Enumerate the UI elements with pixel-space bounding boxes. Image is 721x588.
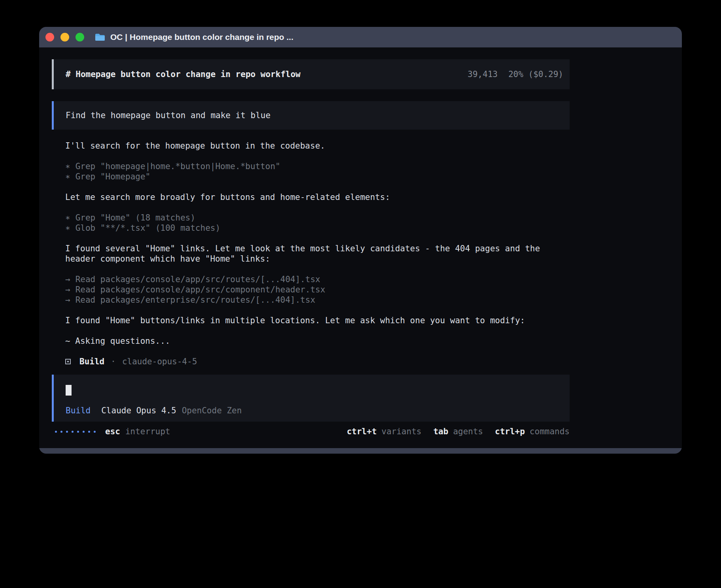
input-agent-label[interactable]: Build	[66, 405, 91, 416]
terminal-window: OC | Homepage button color change in rep…	[39, 27, 682, 454]
user-message-text: Find the homepage button and make it blu…	[66, 111, 270, 120]
shortcut-commands: ctrl+p commands	[495, 426, 570, 437]
tool-call-text: Read packages/console/app/src/component/…	[75, 285, 325, 295]
shortcut-label: commands	[530, 426, 570, 437]
input-provider-label: OpenCode Zen	[182, 405, 242, 416]
agent-square-icon	[65, 359, 71, 364]
grep-tool-icon: ∗	[65, 213, 70, 223]
tool-call-read: → Read packages/enterprise/src/routes/[.…	[65, 295, 555, 305]
folder-icon	[94, 33, 106, 41]
status-bar: esc interrupt ctrl+t variants tab agents…	[52, 426, 570, 437]
assistant-text: I found several "Home" links. Let me loo…	[65, 243, 555, 264]
shortcut-key: ctrl+t	[347, 426, 377, 437]
session-title: # Homepage button color change in repo w…	[66, 70, 300, 79]
tool-call-read: → Read packages/console/app/src/routes/[…	[65, 274, 555, 285]
shortcut-key: ctrl+p	[495, 426, 525, 437]
tool-call-text: Grep "Homepage"	[75, 172, 151, 182]
traffic-lights	[45, 33, 84, 41]
assistant-text: I found "Home" buttons/links in multiple…	[65, 315, 555, 326]
shortcut-label: variants	[381, 426, 421, 437]
tool-call-text: Glob "**/*.tsx" (100 matches)	[75, 223, 221, 233]
shortcut-agents: tab agents	[433, 426, 483, 437]
window-titlebar[interactable]: OC | Homepage button color change in rep…	[39, 27, 682, 47]
tool-call-text: Read packages/console/app/src/routes/[..…	[75, 274, 321, 285]
zoom-button[interactable]	[75, 33, 84, 41]
minimize-button[interactable]	[60, 33, 69, 41]
window-bottom-edge	[39, 448, 682, 454]
grep-tool-icon: ∗	[65, 161, 70, 172]
glob-tool-icon: ∗	[65, 223, 70, 233]
window-title: OC | Homepage button color change in rep…	[110, 32, 293, 42]
token-count: 39,413	[468, 70, 498, 79]
badge-separator: ·	[111, 356, 116, 367]
tool-call-glob: ∗ Glob "**/*.tsx" (100 matches)	[65, 223, 555, 233]
conversation: I'll search for the homepage button in t…	[52, 141, 555, 367]
tool-call-grep: ∗ Grep "homepage|home.*button|Home.*butt…	[65, 161, 555, 172]
input-model-label[interactable]: Claude Opus 4.5	[101, 405, 176, 416]
text-cursor	[66, 385, 72, 396]
tool-call-grep: ∗ Grep "Homepage"	[65, 172, 555, 182]
close-button[interactable]	[45, 33, 54, 41]
grep-tool-icon: ∗	[65, 172, 70, 182]
tool-call-text: Read packages/enterprise/src/routes/[...…	[75, 295, 315, 305]
working-status-text: ~ Asking questions...	[65, 336, 555, 346]
read-arrow-icon: →	[65, 285, 70, 295]
tool-call-read: → Read packages/console/app/src/componen…	[65, 285, 555, 295]
badge-model-name: claude-opus-4-5	[122, 356, 197, 367]
esc-key-action: interrupt	[125, 426, 170, 437]
read-arrow-icon: →	[65, 274, 70, 285]
esc-key-hint: esc	[105, 426, 120, 437]
read-arrow-icon: →	[65, 295, 70, 305]
agent-badge: Build · claude-opus-4-5	[65, 356, 555, 367]
context-usage: 20% ($0.29)	[508, 70, 563, 79]
assistant-text: Let me search more broadly for buttons a…	[65, 192, 555, 202]
shortcut-variants: ctrl+t variants	[347, 426, 421, 437]
tool-call-text: Grep "homepage|home.*button|Home.*button…	[75, 161, 280, 172]
session-header: # Homepage button color change in repo w…	[52, 59, 570, 89]
assistant-text: I'll search for the homepage button in t…	[65, 141, 555, 151]
shortcut-label: agents	[453, 426, 483, 437]
tool-call-text: Grep "Home" (18 matches)	[75, 213, 195, 223]
agent-name: Build	[79, 356, 104, 367]
prompt-input[interactable]: Build Claude Opus 4.5 OpenCode Zen	[52, 375, 570, 422]
progress-spinner	[55, 431, 96, 433]
user-message: Find the homepage button and make it blu…	[52, 101, 570, 130]
shortcut-key: tab	[433, 426, 448, 437]
tool-call-grep: ∗ Grep "Home" (18 matches)	[65, 213, 555, 223]
